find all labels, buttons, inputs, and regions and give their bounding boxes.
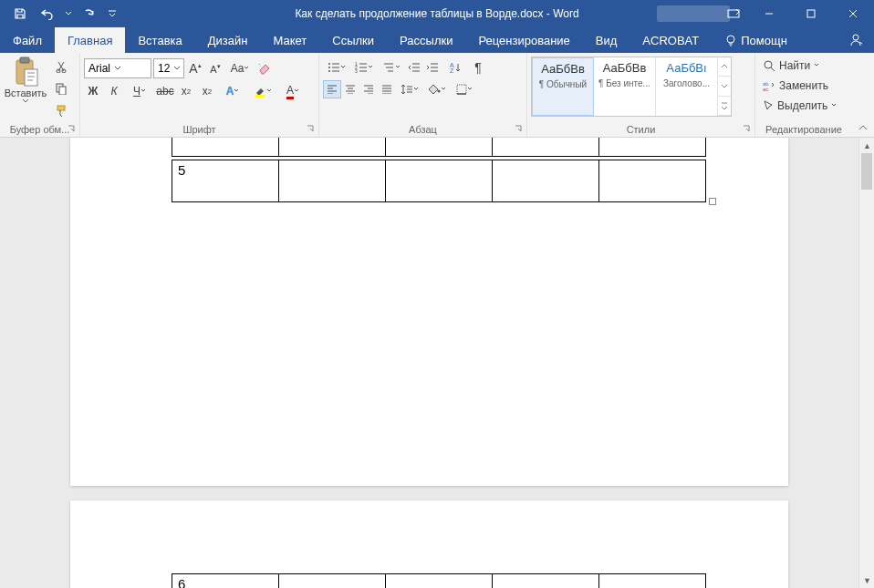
redo-button[interactable] bbox=[77, 1, 102, 26]
select-button[interactable]: Выделить bbox=[763, 97, 837, 115]
document-table-1[interactable]: 5 bbox=[172, 160, 706, 202]
svg-rect-12 bbox=[255, 95, 265, 98]
font-size-combo[interactable]: 12 bbox=[153, 58, 184, 78]
style-normal[interactable]: АаБбВв ¶ Обычный bbox=[532, 57, 594, 116]
minimize-button[interactable] bbox=[748, 0, 790, 27]
table-cell[interactable]: 5 bbox=[172, 160, 279, 202]
styles-scroll-up[interactable] bbox=[718, 57, 731, 77]
window-title: Как сделать продолжение таблицы в Ворде.… bbox=[295, 7, 578, 20]
document-table-2[interactable]: 6 7 8 bbox=[172, 573, 706, 588]
find-button[interactable]: Найти bbox=[763, 57, 837, 75]
justify-button[interactable] bbox=[378, 80, 396, 98]
bullets-button[interactable] bbox=[323, 58, 350, 77]
tab-design[interactable]: Дизайн bbox=[195, 27, 261, 53]
chevron-down-icon bbox=[831, 103, 837, 108]
tab-layout[interactable]: Макет bbox=[260, 27, 319, 53]
cut-button[interactable] bbox=[51, 57, 71, 77]
font-color-button[interactable]: A bbox=[279, 82, 307, 100]
tab-file[interactable]: Файл bbox=[0, 27, 55, 53]
show-marks-button[interactable]: ¶ bbox=[469, 58, 487, 77]
change-case-button[interactable]: Aa bbox=[226, 59, 254, 77]
ribbon-options-icon bbox=[727, 8, 740, 19]
svg-point-15 bbox=[328, 70, 330, 72]
align-left-button[interactable] bbox=[323, 80, 341, 98]
format-painter-icon bbox=[55, 104, 68, 117]
borders-button[interactable] bbox=[451, 80, 478, 98]
tell-me[interactable]: Помощн bbox=[712, 27, 800, 53]
chevron-down-icon bbox=[140, 88, 146, 94]
clear-formatting-button[interactable] bbox=[255, 59, 274, 77]
tabs-right bbox=[848, 27, 874, 53]
close-button[interactable] bbox=[832, 0, 874, 27]
paste-button[interactable]: Вставить bbox=[4, 55, 47, 104]
tab-home[interactable]: Главная bbox=[55, 27, 125, 53]
bold-button[interactable]: Ж bbox=[84, 82, 102, 100]
subscript-button[interactable]: x2 bbox=[177, 82, 195, 100]
borders-icon bbox=[456, 84, 467, 95]
paragraph-launcher[interactable] bbox=[514, 124, 525, 135]
strikethrough-button[interactable]: abc bbox=[156, 82, 174, 100]
table-resize-handle[interactable] bbox=[709, 198, 716, 205]
font-name-combo[interactable]: Arial bbox=[84, 58, 151, 78]
share-icon[interactable] bbox=[848, 33, 863, 47]
font-launcher[interactable] bbox=[306, 124, 317, 135]
page-2[interactable]: 6 7 8 bbox=[70, 500, 788, 588]
ribbon-display-options[interactable] bbox=[723, 0, 744, 27]
align-right-button[interactable] bbox=[359, 80, 378, 98]
page-1[interactable]: 5 bbox=[70, 138, 788, 486]
replace-button[interactable]: abacЗаменить bbox=[763, 77, 837, 95]
line-spacing-button[interactable] bbox=[396, 80, 423, 98]
align-right-icon bbox=[363, 85, 374, 94]
vertical-scrollbar[interactable]: ▲ ▼ bbox=[858, 138, 874, 588]
multilevel-list-button[interactable] bbox=[378, 58, 405, 77]
sort-button[interactable]: AZ bbox=[442, 58, 469, 77]
clipboard-launcher[interactable] bbox=[67, 124, 78, 135]
group-styles: АаБбВв ¶ Обычный АаБбВв ¶ Без инте... Аа… bbox=[527, 53, 755, 137]
scroll-down-button[interactable]: ▼ bbox=[859, 573, 874, 588]
numbering-button[interactable]: 123 bbox=[350, 58, 378, 77]
document-table-1-top[interactable] bbox=[172, 138, 706, 157]
styles-more[interactable] bbox=[718, 97, 731, 116]
maximize-icon bbox=[806, 9, 816, 18]
format-painter-button[interactable] bbox=[51, 100, 71, 120]
undo-dropdown[interactable] bbox=[62, 1, 75, 26]
svg-point-13 bbox=[328, 63, 330, 65]
table-cell[interactable]: 6 bbox=[172, 574, 279, 589]
decrease-indent-button[interactable] bbox=[405, 58, 423, 77]
svg-rect-5 bbox=[20, 57, 29, 63]
tab-references[interactable]: Ссылки bbox=[319, 27, 387, 53]
save-button[interactable] bbox=[7, 1, 33, 26]
superscript-button[interactable]: x2 bbox=[198, 82, 216, 100]
undo-button[interactable] bbox=[35, 1, 60, 26]
font-label: Шрифт bbox=[182, 124, 215, 135]
tab-insert[interactable]: Вставка bbox=[125, 27, 194, 53]
tab-view[interactable]: Вид bbox=[583, 27, 630, 53]
style-no-spacing[interactable]: АаБбВв ¶ Без инте... bbox=[594, 57, 656, 116]
style-heading1[interactable]: АаБбВı Заголово... bbox=[656, 57, 718, 116]
chevron-down-icon bbox=[22, 98, 29, 104]
scroll-thumb[interactable] bbox=[861, 153, 872, 190]
tab-acrobat[interactable]: ACROBAT bbox=[629, 27, 712, 53]
tab-mailings[interactable]: Рассылки bbox=[387, 27, 465, 53]
ribbon-tabs: Файл Главная Вставка Дизайн Макет Ссылки… bbox=[0, 27, 874, 53]
text-effects-button[interactable]: A bbox=[219, 82, 246, 100]
qat-customize[interactable] bbox=[104, 1, 120, 26]
underline-button[interactable]: Ч bbox=[126, 82, 153, 100]
align-center-button[interactable] bbox=[341, 80, 359, 98]
maximize-button[interactable] bbox=[790, 0, 832, 27]
italic-button[interactable]: К bbox=[105, 82, 123, 100]
scroll-up-button[interactable]: ▲ bbox=[859, 138, 874, 153]
chevron-down-icon bbox=[441, 87, 446, 92]
collapse-ribbon-button[interactable] bbox=[856, 122, 870, 135]
increase-indent-button[interactable] bbox=[423, 58, 442, 77]
styles-scroll-down[interactable] bbox=[718, 77, 731, 96]
tab-review[interactable]: Рецензирование bbox=[465, 27, 582, 53]
grow-font-button[interactable]: A▴ bbox=[186, 59, 204, 77]
shading-button[interactable] bbox=[423, 80, 451, 98]
copy-button[interactable] bbox=[51, 78, 71, 98]
highlight-button[interactable] bbox=[249, 82, 276, 100]
account-badge[interactable] bbox=[657, 5, 730, 22]
styles-label: Стили bbox=[627, 124, 656, 135]
styles-launcher[interactable] bbox=[742, 124, 753, 135]
shrink-font-button[interactable]: A▾ bbox=[206, 59, 224, 77]
